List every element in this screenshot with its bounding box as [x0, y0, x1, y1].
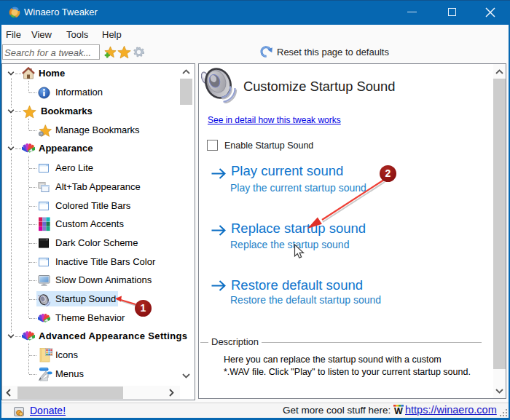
svg-text:W: W — [394, 406, 403, 415]
